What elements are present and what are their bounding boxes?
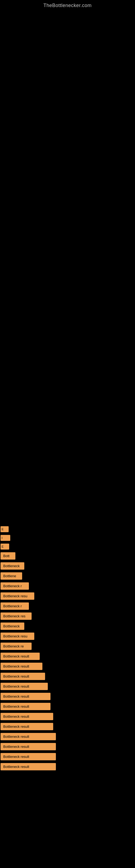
results-area: EIEBottBottleneckBottleneBottleneck rBot… — [0, 525, 135, 777]
bottleneck-result-label: Bottleneck result — [1, 763, 56, 770]
list-item: Bottlene — [0, 571, 135, 581]
bottleneck-result-label: E — [1, 526, 9, 532]
bottleneck-result-label: Bottleneck result — [1, 693, 50, 700]
list-item: E — [0, 525, 135, 533]
bottleneck-result-label: E — [1, 544, 9, 550]
bottleneck-result-label: Bottleneck r — [1, 602, 29, 610]
bottleneck-result-label: Bottleneck result — [1, 753, 56, 760]
list-item: Bottleneck — [0, 621, 135, 631]
bottleneck-result-label: Bottleneck result — [1, 663, 42, 670]
list-item: Bottleneck result — [0, 752, 135, 762]
list-item: Bottleneck result — [0, 742, 135, 751]
bottleneck-result-label: Bottleneck result — [1, 713, 53, 720]
list-item: E — [0, 542, 135, 551]
list-item: Bottleneck result — [0, 732, 135, 741]
list-item: Bottleneck resu — [0, 631, 135, 641]
list-item: I — [0, 534, 135, 542]
bottleneck-result-label: Bottleneck resu — [1, 592, 34, 600]
bottleneck-result-label: Bottleneck result — [1, 743, 56, 750]
bottleneck-result-label: Bottleneck result — [1, 723, 53, 730]
list-item: Bottleneck r — [0, 601, 135, 611]
bottleneck-result-label: Bottleneck res — [1, 613, 32, 620]
list-item: Bottleneck result — [0, 722, 135, 731]
bottleneck-result-label: Bottlene — [1, 572, 22, 580]
list-item: Bott — [0, 551, 135, 561]
list-item: Bottleneck result — [0, 702, 135, 711]
bottleneck-result-label: Bottleneck — [1, 562, 24, 569]
list-item: Bottleneck re — [0, 642, 135, 651]
bottleneck-result-label: Bottleneck re — [1, 643, 32, 650]
bottleneck-result-label: Bottleneck r — [1, 582, 29, 590]
bottleneck-result-label: Bottleneck result — [1, 703, 50, 710]
bottleneck-result-label: Bottleneck result — [1, 683, 48, 690]
list-item: Bottleneck res — [0, 611, 135, 621]
list-item: Bottleneck r — [0, 581, 135, 591]
list-item: Bottleneck result — [0, 712, 135, 721]
bottleneck-result-label: Bottleneck result — [1, 653, 40, 660]
list-item: Bottleneck result — [0, 682, 135, 691]
list-item: Bottleneck result — [0, 692, 135, 701]
list-item: Bottleneck result — [0, 661, 135, 671]
bottleneck-result-label: Bottleneck result — [1, 673, 45, 680]
list-item: Bottleneck result — [0, 672, 135, 681]
bottleneck-result-label: Bottleneck result — [1, 733, 56, 740]
list-item: Bottleneck — [0, 561, 135, 571]
list-item: Bottleneck resu — [0, 591, 135, 601]
list-item: Bottleneck result — [0, 762, 135, 771]
bottleneck-result-label: Bott — [1, 552, 15, 560]
chart-area — [0, 10, 135, 525]
bottleneck-result-label: Bottleneck — [1, 622, 24, 630]
bottleneck-result-label: I — [1, 535, 10, 541]
site-title: TheBottlenecker.com — [0, 0, 135, 10]
list-item: Bottleneck result — [0, 652, 135, 661]
bottleneck-result-label: Bottleneck resu — [1, 632, 34, 640]
